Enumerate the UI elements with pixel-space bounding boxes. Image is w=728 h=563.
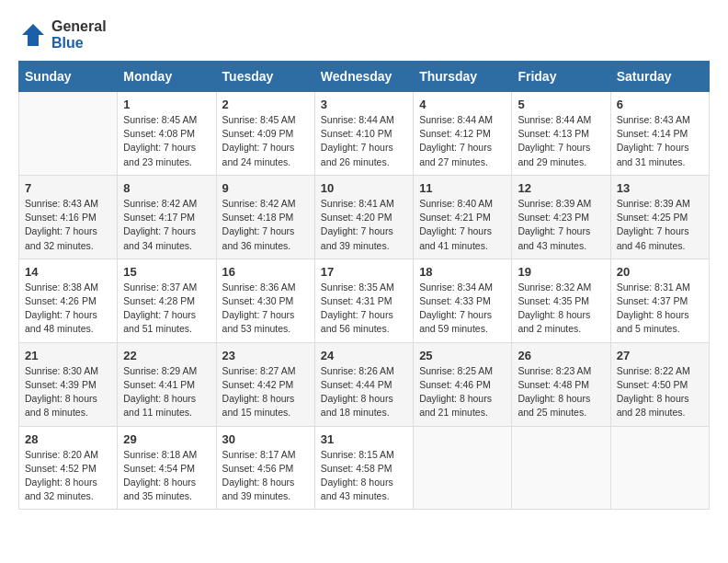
day-cell: 28Sunrise: 8:20 AM Sunset: 4:52 PM Dayli… bbox=[19, 426, 118, 510]
week-row-1: 1Sunrise: 8:45 AM Sunset: 4:08 PM Daylig… bbox=[19, 92, 710, 176]
day-cell: 5Sunrise: 8:44 AM Sunset: 4:13 PM Daylig… bbox=[512, 92, 610, 176]
day-cell: 7Sunrise: 8:43 AM Sunset: 4:16 PM Daylig… bbox=[19, 175, 118, 259]
day-cell bbox=[512, 426, 610, 510]
day-number: 4 bbox=[419, 98, 506, 111]
day-number: 14 bbox=[25, 265, 111, 279]
day-number: 25 bbox=[419, 349, 506, 362]
day-number: 11 bbox=[419, 181, 506, 195]
day-number: 24 bbox=[321, 349, 407, 362]
day-cell bbox=[414, 426, 512, 510]
day-info: Sunrise: 8:42 AM Sunset: 4:17 PM Dayligh… bbox=[123, 197, 210, 253]
day-info: Sunrise: 8:43 AM Sunset: 4:14 PM Dayligh… bbox=[617, 113, 703, 169]
day-info: Sunrise: 8:23 AM Sunset: 4:48 PM Dayligh… bbox=[518, 364, 604, 420]
header-day-thursday: Thursday bbox=[414, 62, 512, 92]
day-info: Sunrise: 8:43 AM Sunset: 4:16 PM Dayligh… bbox=[25, 197, 111, 253]
day-info: Sunrise: 8:44 AM Sunset: 4:13 PM Dayligh… bbox=[518, 113, 604, 169]
logo-general-text: General bbox=[51, 18, 107, 34]
day-cell: 16Sunrise: 8:36 AM Sunset: 4:30 PM Dayli… bbox=[216, 259, 314, 342]
day-cell bbox=[19, 92, 118, 176]
day-number: 21 bbox=[25, 349, 111, 362]
day-info: Sunrise: 8:32 AM Sunset: 4:35 PM Dayligh… bbox=[518, 281, 604, 337]
day-number: 13 bbox=[617, 181, 703, 195]
day-info: Sunrise: 8:26 AM Sunset: 4:44 PM Dayligh… bbox=[321, 364, 407, 420]
day-number: 29 bbox=[123, 432, 210, 446]
day-info: Sunrise: 8:17 AM Sunset: 4:56 PM Dayligh… bbox=[222, 448, 309, 504]
logo-text: GeneralBlue bbox=[51, 18, 107, 52]
header-day-monday: Monday bbox=[118, 62, 216, 92]
day-number: 3 bbox=[321, 98, 407, 111]
day-info: Sunrise: 8:18 AM Sunset: 4:54 PM Dayligh… bbox=[123, 448, 210, 504]
day-info: Sunrise: 8:45 AM Sunset: 4:08 PM Dayligh… bbox=[123, 113, 210, 169]
day-cell: 11Sunrise: 8:40 AM Sunset: 4:21 PM Dayli… bbox=[414, 175, 512, 259]
header-day-sunday: Sunday bbox=[19, 62, 118, 92]
day-cell: 10Sunrise: 8:41 AM Sunset: 4:20 PM Dayli… bbox=[314, 175, 413, 259]
header-day-wednesday: Wednesday bbox=[314, 62, 413, 92]
day-number: 20 bbox=[617, 265, 703, 279]
day-info: Sunrise: 8:31 AM Sunset: 4:37 PM Dayligh… bbox=[617, 281, 703, 337]
day-cell: 1Sunrise: 8:45 AM Sunset: 4:08 PM Daylig… bbox=[118, 92, 216, 176]
day-number: 15 bbox=[123, 265, 210, 279]
day-number: 6 bbox=[617, 98, 703, 111]
day-number: 16 bbox=[222, 265, 309, 279]
day-cell: 31Sunrise: 8:15 AM Sunset: 4:58 PM Dayli… bbox=[314, 426, 413, 510]
header-day-tuesday: Tuesday bbox=[216, 62, 314, 92]
header-day-friday: Friday bbox=[512, 62, 610, 92]
day-cell: 23Sunrise: 8:27 AM Sunset: 4:42 PM Dayli… bbox=[216, 342, 314, 426]
day-info: Sunrise: 8:29 AM Sunset: 4:41 PM Dayligh… bbox=[123, 364, 210, 420]
day-number: 9 bbox=[222, 181, 309, 195]
day-cell: 12Sunrise: 8:39 AM Sunset: 4:23 PM Dayli… bbox=[512, 175, 610, 259]
day-number: 17 bbox=[321, 265, 407, 279]
day-cell: 30Sunrise: 8:17 AM Sunset: 4:56 PM Dayli… bbox=[216, 426, 314, 510]
day-info: Sunrise: 8:20 AM Sunset: 4:52 PM Dayligh… bbox=[25, 448, 111, 504]
week-row-3: 14Sunrise: 8:38 AM Sunset: 4:26 PM Dayli… bbox=[19, 259, 710, 342]
day-cell: 29Sunrise: 8:18 AM Sunset: 4:54 PM Dayli… bbox=[118, 426, 216, 510]
day-cell: 19Sunrise: 8:32 AM Sunset: 4:35 PM Dayli… bbox=[512, 259, 610, 342]
day-number: 8 bbox=[123, 181, 210, 195]
day-cell: 22Sunrise: 8:29 AM Sunset: 4:41 PM Dayli… bbox=[118, 342, 216, 426]
day-cell: 18Sunrise: 8:34 AM Sunset: 4:33 PM Dayli… bbox=[414, 259, 512, 342]
day-cell: 24Sunrise: 8:26 AM Sunset: 4:44 PM Dayli… bbox=[314, 342, 413, 426]
day-cell: 27Sunrise: 8:22 AM Sunset: 4:50 PM Dayli… bbox=[610, 342, 709, 426]
day-number: 22 bbox=[123, 349, 210, 362]
day-info: Sunrise: 8:42 AM Sunset: 4:18 PM Dayligh… bbox=[222, 197, 309, 253]
day-number: 5 bbox=[518, 98, 604, 111]
day-info: Sunrise: 8:30 AM Sunset: 4:39 PM Dayligh… bbox=[25, 364, 111, 420]
day-info: Sunrise: 8:37 AM Sunset: 4:28 PM Dayligh… bbox=[123, 281, 210, 337]
week-row-5: 28Sunrise: 8:20 AM Sunset: 4:52 PM Dayli… bbox=[19, 426, 710, 510]
day-cell: 26Sunrise: 8:23 AM Sunset: 4:48 PM Dayli… bbox=[512, 342, 610, 426]
day-info: Sunrise: 8:22 AM Sunset: 4:50 PM Dayligh… bbox=[617, 364, 703, 420]
day-number: 28 bbox=[25, 432, 111, 446]
day-cell: 13Sunrise: 8:39 AM Sunset: 4:25 PM Dayli… bbox=[610, 175, 709, 259]
day-number: 30 bbox=[222, 432, 309, 446]
day-cell: 20Sunrise: 8:31 AM Sunset: 4:37 PM Dayli… bbox=[610, 259, 709, 342]
logo-bird-icon bbox=[18, 20, 48, 50]
day-number: 23 bbox=[222, 349, 309, 362]
day-number: 10 bbox=[321, 181, 407, 195]
calendar-table: SundayMondayTuesdayWednesdayThursdayFrid… bbox=[18, 61, 710, 510]
day-cell: 4Sunrise: 8:44 AM Sunset: 4:12 PM Daylig… bbox=[414, 92, 512, 176]
day-number: 7 bbox=[25, 181, 111, 195]
day-cell: 3Sunrise: 8:44 AM Sunset: 4:10 PM Daylig… bbox=[314, 92, 413, 176]
day-cell: 17Sunrise: 8:35 AM Sunset: 4:31 PM Dayli… bbox=[314, 259, 413, 342]
week-row-2: 7Sunrise: 8:43 AM Sunset: 4:16 PM Daylig… bbox=[19, 175, 710, 259]
day-info: Sunrise: 8:44 AM Sunset: 4:10 PM Dayligh… bbox=[321, 113, 407, 169]
calendar-header-row: SundayMondayTuesdayWednesdayThursdayFrid… bbox=[19, 62, 710, 92]
day-number: 12 bbox=[518, 181, 604, 195]
logo-blue-text: Blue bbox=[51, 35, 84, 51]
day-info: Sunrise: 8:44 AM Sunset: 4:12 PM Dayligh… bbox=[419, 113, 506, 169]
day-info: Sunrise: 8:25 AM Sunset: 4:46 PM Dayligh… bbox=[419, 364, 506, 420]
day-number: 26 bbox=[518, 349, 604, 362]
day-cell: 6Sunrise: 8:43 AM Sunset: 4:14 PM Daylig… bbox=[610, 92, 709, 176]
day-number: 18 bbox=[419, 265, 506, 279]
day-info: Sunrise: 8:39 AM Sunset: 4:23 PM Dayligh… bbox=[518, 197, 604, 253]
page-header: GeneralBlue bbox=[18, 18, 710, 52]
logo: GeneralBlue bbox=[18, 18, 107, 52]
day-info: Sunrise: 8:15 AM Sunset: 4:58 PM Dayligh… bbox=[321, 448, 407, 504]
day-info: Sunrise: 8:36 AM Sunset: 4:30 PM Dayligh… bbox=[222, 281, 309, 337]
day-info: Sunrise: 8:41 AM Sunset: 4:20 PM Dayligh… bbox=[321, 197, 407, 253]
week-row-4: 21Sunrise: 8:30 AM Sunset: 4:39 PM Dayli… bbox=[19, 342, 710, 426]
day-cell: 2Sunrise: 8:45 AM Sunset: 4:09 PM Daylig… bbox=[216, 92, 314, 176]
day-number: 27 bbox=[617, 349, 703, 362]
day-cell: 9Sunrise: 8:42 AM Sunset: 4:18 PM Daylig… bbox=[216, 175, 314, 259]
day-cell: 8Sunrise: 8:42 AM Sunset: 4:17 PM Daylig… bbox=[118, 175, 216, 259]
